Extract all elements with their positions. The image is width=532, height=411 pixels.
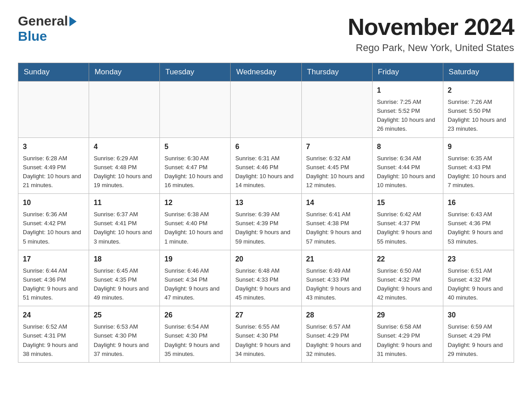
- calendar-cell: 19Sunrise: 6:46 AM Sunset: 4:34 PM Dayli…: [160, 250, 231, 306]
- calendar-cell: 10Sunrise: 6:36 AM Sunset: 4:42 PM Dayli…: [18, 194, 89, 250]
- day-info: Sunrise: 6:43 AM Sunset: 4:36 PM Dayligh…: [448, 210, 509, 246]
- calendar-header: SundayMondayTuesdayWednesdayThursdayFrid…: [18, 63, 514, 81]
- day-number: 2: [448, 85, 509, 96]
- day-number: 13: [235, 197, 296, 208]
- calendar-cell: 25Sunrise: 6:53 AM Sunset: 4:30 PM Dayli…: [89, 306, 160, 363]
- calendar-cell: [301, 81, 372, 138]
- day-info: Sunrise: 6:42 AM Sunset: 4:37 PM Dayligh…: [377, 210, 438, 246]
- logo-general-text: General: [18, 13, 68, 29]
- day-info: Sunrise: 6:59 AM Sunset: 4:29 PM Dayligh…: [448, 322, 509, 359]
- day-number: 22: [377, 254, 438, 265]
- day-number: 17: [23, 254, 84, 265]
- day-info: Sunrise: 6:28 AM Sunset: 4:49 PM Dayligh…: [23, 154, 84, 190]
- day-info: Sunrise: 6:54 AM Sunset: 4:30 PM Dayligh…: [164, 322, 226, 359]
- day-info: Sunrise: 6:45 AM Sunset: 4:35 PM Dayligh…: [94, 266, 155, 303]
- day-number: 28: [306, 310, 368, 321]
- calendar-cell: 2Sunrise: 7:26 AM Sunset: 5:50 PM Daylig…: [443, 81, 514, 138]
- day-number: 5: [164, 141, 226, 152]
- day-info: Sunrise: 6:48 AM Sunset: 4:33 PM Dayligh…: [235, 266, 296, 303]
- day-info: Sunrise: 6:50 AM Sunset: 4:32 PM Dayligh…: [377, 266, 438, 303]
- day-number: 18: [94, 254, 155, 265]
- logo: General Blue: [18, 13, 77, 44]
- day-number: 15: [377, 197, 438, 208]
- calendar-week-row: 3Sunrise: 6:28 AM Sunset: 4:49 PM Daylig…: [18, 137, 514, 194]
- day-number: 19: [164, 254, 226, 265]
- day-number: 10: [23, 197, 84, 208]
- calendar-body: 1Sunrise: 7:25 AM Sunset: 5:52 PM Daylig…: [18, 81, 514, 363]
- day-info: Sunrise: 6:55 AM Sunset: 4:30 PM Dayligh…: [235, 322, 296, 359]
- calendar-cell: 20Sunrise: 6:48 AM Sunset: 4:33 PM Dayli…: [231, 250, 301, 306]
- day-number: 20: [235, 254, 296, 265]
- day-number: 26: [164, 310, 226, 321]
- calendar-cell: 13Sunrise: 6:39 AM Sunset: 4:39 PM Dayli…: [231, 194, 301, 250]
- day-number: 7: [306, 141, 368, 152]
- month-title: November 2024: [348, 13, 514, 40]
- day-number: 27: [235, 310, 296, 321]
- page-header: General Blue November 2024 Rego Park, Ne…: [18, 13, 514, 54]
- calendar-cell: [89, 81, 160, 138]
- calendar-cell: 24Sunrise: 6:52 AM Sunset: 4:31 PM Dayli…: [18, 306, 89, 363]
- calendar-cell: 12Sunrise: 6:38 AM Sunset: 4:40 PM Dayli…: [160, 194, 231, 250]
- calendar-cell: 6Sunrise: 6:31 AM Sunset: 4:46 PM Daylig…: [231, 137, 301, 194]
- day-number: 30: [448, 310, 509, 321]
- calendar-cell: 23Sunrise: 6:51 AM Sunset: 4:32 PM Dayli…: [443, 250, 514, 306]
- calendar-week-row: 1Sunrise: 7:25 AM Sunset: 5:52 PM Daylig…: [18, 81, 514, 138]
- calendar-week-row: 10Sunrise: 6:36 AM Sunset: 4:42 PM Dayli…: [18, 194, 514, 250]
- day-info: Sunrise: 6:36 AM Sunset: 4:42 PM Dayligh…: [23, 210, 84, 246]
- day-info: Sunrise: 6:51 AM Sunset: 4:32 PM Dayligh…: [448, 266, 509, 303]
- calendar-cell: 1Sunrise: 7:25 AM Sunset: 5:52 PM Daylig…: [372, 81, 443, 138]
- day-info: Sunrise: 7:25 AM Sunset: 5:52 PM Dayligh…: [377, 98, 438, 134]
- weekday-header-friday: Friday: [372, 63, 443, 81]
- weekday-header-thursday: Thursday: [301, 63, 372, 81]
- day-info: Sunrise: 6:29 AM Sunset: 4:48 PM Dayligh…: [94, 154, 155, 190]
- calendar-cell: 7Sunrise: 6:32 AM Sunset: 4:45 PM Daylig…: [301, 137, 372, 194]
- calendar-cell: 4Sunrise: 6:29 AM Sunset: 4:48 PM Daylig…: [89, 137, 160, 194]
- day-info: Sunrise: 6:31 AM Sunset: 4:46 PM Dayligh…: [235, 154, 296, 190]
- calendar-cell: 14Sunrise: 6:41 AM Sunset: 4:38 PM Dayli…: [301, 194, 372, 250]
- calendar-cell: 21Sunrise: 6:49 AM Sunset: 4:33 PM Dayli…: [301, 250, 372, 306]
- day-number: 24: [23, 310, 84, 321]
- calendar-week-row: 24Sunrise: 6:52 AM Sunset: 4:31 PM Dayli…: [18, 306, 514, 363]
- day-number: 4: [94, 141, 155, 152]
- weekday-header-saturday: Saturday: [443, 63, 514, 81]
- day-info: Sunrise: 6:58 AM Sunset: 4:29 PM Dayligh…: [377, 322, 438, 359]
- day-number: 16: [448, 197, 509, 208]
- day-info: Sunrise: 6:39 AM Sunset: 4:39 PM Dayligh…: [235, 210, 296, 246]
- day-info: Sunrise: 6:57 AM Sunset: 4:29 PM Dayligh…: [306, 322, 368, 359]
- weekday-header-row: SundayMondayTuesdayWednesdayThursdayFrid…: [18, 63, 514, 81]
- calendar-cell: 5Sunrise: 6:30 AM Sunset: 4:47 PM Daylig…: [160, 137, 231, 194]
- weekday-header-monday: Monday: [89, 63, 160, 81]
- calendar-cell: 27Sunrise: 6:55 AM Sunset: 4:30 PM Dayli…: [231, 306, 301, 363]
- calendar-cell: 28Sunrise: 6:57 AM Sunset: 4:29 PM Dayli…: [301, 306, 372, 363]
- day-number: 29: [377, 310, 438, 321]
- calendar-cell: 3Sunrise: 6:28 AM Sunset: 4:49 PM Daylig…: [18, 137, 89, 194]
- weekday-header-wednesday: Wednesday: [231, 63, 301, 81]
- day-number: 12: [164, 197, 226, 208]
- day-number: 21: [306, 254, 368, 265]
- day-number: 25: [94, 310, 155, 321]
- day-info: Sunrise: 6:34 AM Sunset: 4:44 PM Dayligh…: [377, 154, 438, 190]
- calendar-cell: 15Sunrise: 6:42 AM Sunset: 4:37 PM Dayli…: [372, 194, 443, 250]
- day-info: Sunrise: 6:52 AM Sunset: 4:31 PM Dayligh…: [23, 322, 84, 359]
- day-info: Sunrise: 6:53 AM Sunset: 4:30 PM Dayligh…: [94, 322, 155, 359]
- calendar-cell: 26Sunrise: 6:54 AM Sunset: 4:30 PM Dayli…: [160, 306, 231, 363]
- day-number: 9: [448, 141, 509, 152]
- calendar-cell: 18Sunrise: 6:45 AM Sunset: 4:35 PM Dayli…: [89, 250, 160, 306]
- calendar-cell: [160, 81, 231, 138]
- day-info: Sunrise: 6:49 AM Sunset: 4:33 PM Dayligh…: [306, 266, 368, 303]
- day-number: 11: [94, 197, 155, 208]
- day-info: Sunrise: 6:44 AM Sunset: 4:36 PM Dayligh…: [23, 266, 84, 303]
- day-info: Sunrise: 6:46 AM Sunset: 4:34 PM Dayligh…: [164, 266, 226, 303]
- calendar-cell: 22Sunrise: 6:50 AM Sunset: 4:32 PM Dayli…: [372, 250, 443, 306]
- calendar-cell: [231, 81, 301, 138]
- calendar-week-row: 17Sunrise: 6:44 AM Sunset: 4:36 PM Dayli…: [18, 250, 514, 306]
- location-text: Rego Park, New York, United States: [348, 42, 514, 54]
- day-number: 1: [377, 85, 438, 96]
- calendar-cell: 16Sunrise: 6:43 AM Sunset: 4:36 PM Dayli…: [443, 194, 514, 250]
- day-info: Sunrise: 6:37 AM Sunset: 4:41 PM Dayligh…: [94, 210, 155, 246]
- day-info: Sunrise: 6:32 AM Sunset: 4:45 PM Dayligh…: [306, 154, 368, 190]
- calendar-cell: 17Sunrise: 6:44 AM Sunset: 4:36 PM Dayli…: [18, 250, 89, 306]
- calendar-cell: 30Sunrise: 6:59 AM Sunset: 4:29 PM Dayli…: [443, 306, 514, 363]
- weekday-header-sunday: Sunday: [18, 63, 89, 81]
- calendar-table: SundayMondayTuesdayWednesdayThursdayFrid…: [18, 63, 514, 363]
